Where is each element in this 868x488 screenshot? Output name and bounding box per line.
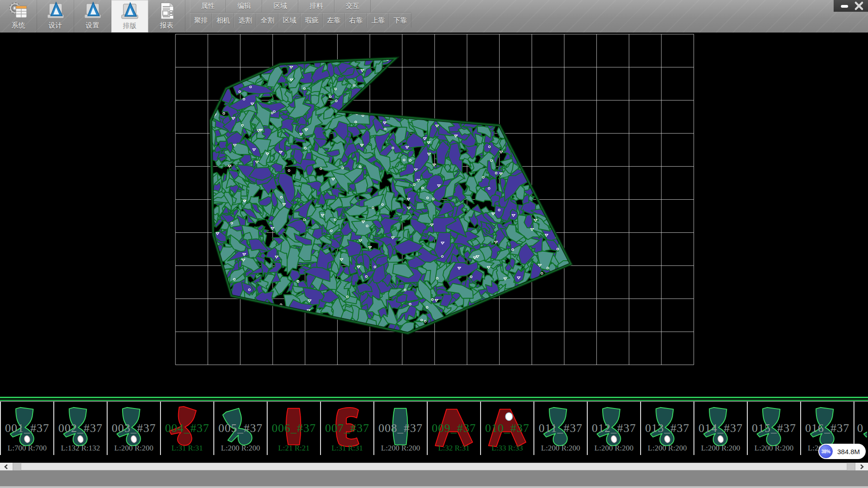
piece-name-label: 012_#37 bbox=[588, 422, 640, 435]
design-setsquare-icon bbox=[45, 1, 66, 20]
filmstrip-cells: 001_#37L:700 R:700002_#37L:132 R:132003_… bbox=[0, 401, 868, 455]
system-gear-table-icon bbox=[8, 1, 29, 20]
tab-report-button[interactable]: 报表 bbox=[148, 0, 185, 33]
tool-select-cut-button[interactable]: 选割 bbox=[234, 13, 256, 28]
scrollbar-thumb[interactable] bbox=[21, 463, 847, 470]
thumbnail-cell[interactable]: 001_#37L:700 R:700 bbox=[0, 402, 54, 455]
piece-lr-label: L:21 R:21 bbox=[268, 444, 320, 453]
piece-lr-label: L:200 R:200 bbox=[588, 444, 640, 453]
status-panel bbox=[0, 470, 868, 488]
menu-nest-button[interactable]: 排料 bbox=[298, 0, 335, 12]
tool-camera-button[interactable]: 相机 bbox=[212, 13, 234, 28]
thumbnail-cell[interactable]: 003_#37L:200 R:200 bbox=[108, 402, 161, 455]
settings-setsquare-icon bbox=[82, 1, 103, 20]
nesting-canvas[interactable] bbox=[0, 33, 868, 397]
menu-row-top: 属性 编辑 区域 排料 交互 bbox=[190, 0, 411, 13]
piece-name-label: 016_#37 bbox=[801, 422, 854, 435]
close-button[interactable] bbox=[852, 1, 866, 11]
window-controls bbox=[834, 0, 868, 12]
memory-overlay-badge: 38% 384.8M bbox=[818, 444, 866, 459]
tool-cluster-nest-button[interactable]: 聚排 bbox=[190, 13, 212, 28]
scroll-left-button[interactable] bbox=[0, 463, 13, 470]
thumbnail-cell[interactable]: 002_#37L:132 R:132 bbox=[54, 402, 108, 455]
thumbnail-cell[interactable]: 004_#37L:31 R:31 bbox=[161, 402, 214, 455]
piece-name-label: 003_#37 bbox=[108, 422, 160, 435]
tool-align-left-button[interactable]: 左靠 bbox=[323, 13, 345, 28]
thumbnail-cell[interactable]: 007_#37L:31 R:31 bbox=[321, 402, 374, 455]
horizontal-scrollbar[interactable] bbox=[0, 463, 868, 470]
leather-hide-layer[interactable] bbox=[0, 33, 868, 397]
piece-name-label: 007_#37 bbox=[321, 422, 373, 435]
thumbnail-cell[interactable]: 009_#37L:32 R:31 bbox=[428, 402, 481, 455]
tool-align-top-button[interactable]: 上靠 bbox=[367, 13, 389, 28]
ribbon-toolbar: 系统 设计 设置 排版 报表 属性 编辑 区域 排料 交互 聚排 相机 选割 全… bbox=[0, 0, 868, 33]
piece-lr-label: L:33 R:33 bbox=[481, 444, 533, 453]
piece-lr-label: L:200 R:200 bbox=[534, 444, 587, 453]
report-document-icon bbox=[156, 1, 177, 20]
thumbnail-cell[interactable]: 008_#37L:200 R:200 bbox=[374, 402, 428, 455]
piece-lr-label: L:200 R:200 bbox=[374, 444, 427, 453]
piece-lr-label: L:132 R:132 bbox=[54, 444, 107, 453]
thumbnail-cell[interactable]: 015_#37L:200 R:200 bbox=[748, 402, 801, 455]
piece-name-label: 013_#37 bbox=[641, 422, 693, 435]
piece-lr-label: L:31 R:31 bbox=[161, 444, 213, 453]
piece-lr-label: L:200 R:200 bbox=[641, 444, 693, 453]
piece-name-label: 011_#37 bbox=[534, 422, 587, 435]
tab-system-button[interactable]: 系统 bbox=[0, 0, 37, 33]
memory-value-label: 384.8M bbox=[837, 448, 860, 455]
tab-nesting-label: 排版 bbox=[123, 22, 137, 30]
cpu-percent-badge: 38% bbox=[819, 445, 833, 458]
thumbnail-cell[interactable]: 013_#37L:200 R:200 bbox=[641, 402, 694, 455]
tab-design-button[interactable]: 设计 bbox=[37, 0, 74, 33]
piece-lr-label: L:200 R:200 bbox=[214, 444, 267, 453]
tool-cut-all-button[interactable]: 全割 bbox=[256, 13, 278, 28]
left-arrow-icon bbox=[4, 464, 9, 469]
menu-region-button[interactable]: 区域 bbox=[262, 0, 298, 12]
menu-interact-button[interactable]: 交互 bbox=[335, 0, 371, 12]
piece-name-label: 001_#37 bbox=[1, 422, 53, 435]
piece-name-label: 006_#37 bbox=[268, 422, 320, 435]
tab-settings-label: 设置 bbox=[86, 21, 99, 30]
thumbnail-cell[interactable]: 006_#37L:21 R:21 bbox=[268, 402, 321, 455]
piece-name-label: 014_#37 bbox=[694, 422, 747, 435]
piece-name-label: 010_#37 bbox=[481, 422, 533, 435]
piece-lr-label: L:200 R:200 bbox=[694, 444, 747, 453]
thumbnail-cell[interactable]: 005_#37L:200 R:200 bbox=[214, 402, 268, 455]
menu-attribute-button[interactable]: 属性 bbox=[190, 0, 226, 12]
tool-align-right-button[interactable]: 右靠 bbox=[345, 13, 367, 28]
piece-name-label: 015_#37 bbox=[748, 422, 800, 435]
menu-edit-button[interactable]: 编辑 bbox=[226, 0, 262, 12]
piece-name-label: 002_#37 bbox=[54, 422, 107, 435]
menu-row-bottom: 聚排 相机 选割 全割 区域 瑕疵 左靠 右靠 上靠 下靠 bbox=[190, 13, 411, 28]
thumbnail-cell[interactable]: 012_#37L:200 R:200 bbox=[588, 402, 641, 455]
filmstrip-green-border bbox=[0, 397, 868, 401]
nesting-setsquare-icon bbox=[119, 2, 140, 21]
tab-report-label: 报表 bbox=[160, 21, 174, 30]
thumbnail-cell[interactable]: 014_#37L:200 R:200 bbox=[694, 402, 748, 455]
piece-name-label: 008_#37 bbox=[374, 422, 427, 435]
tool-region-button[interactable]: 区域 bbox=[278, 13, 301, 28]
piece-lr-label: L:32 R:31 bbox=[428, 444, 480, 453]
minimize-button[interactable] bbox=[837, 1, 852, 11]
piece-name-label: 005_#37 bbox=[214, 422, 267, 435]
close-icon bbox=[854, 1, 864, 11]
piece-lr-label: L:31 R:31 bbox=[321, 444, 373, 453]
piece-name-label: 009_#37 bbox=[428, 422, 480, 435]
tool-defect-button[interactable]: 瑕疵 bbox=[301, 13, 323, 28]
piece-lr-label: L:200 R:200 bbox=[748, 444, 800, 453]
right-arrow-icon bbox=[859, 464, 864, 469]
piece-filmstrip: 001_#37L:700 R:700002_#37L:132 R:132003_… bbox=[0, 397, 868, 463]
piece-lr-label: L:700 R:700 bbox=[1, 444, 53, 453]
minimize-icon bbox=[840, 1, 849, 10]
piece-name-label: 004_#37 bbox=[161, 422, 213, 435]
tab-nesting-button[interactable]: 排版 bbox=[111, 0, 148, 33]
tab-settings-button[interactable]: 设置 bbox=[74, 0, 111, 33]
thumbnail-cell[interactable]: 010_#37L:33 R:33 bbox=[481, 402, 534, 455]
thumbnail-cell[interactable]: 011_#37L:200 R:200 bbox=[534, 402, 588, 455]
tab-system-label: 系统 bbox=[12, 21, 25, 30]
scroll-right-button[interactable] bbox=[855, 463, 868, 470]
tool-align-bottom-button[interactable]: 下靠 bbox=[389, 13, 411, 28]
piece-lr-label: L:200 R:200 bbox=[108, 444, 160, 453]
piece-name-label: 0 bbox=[857, 422, 867, 435]
tab-design-label: 设计 bbox=[49, 21, 62, 30]
